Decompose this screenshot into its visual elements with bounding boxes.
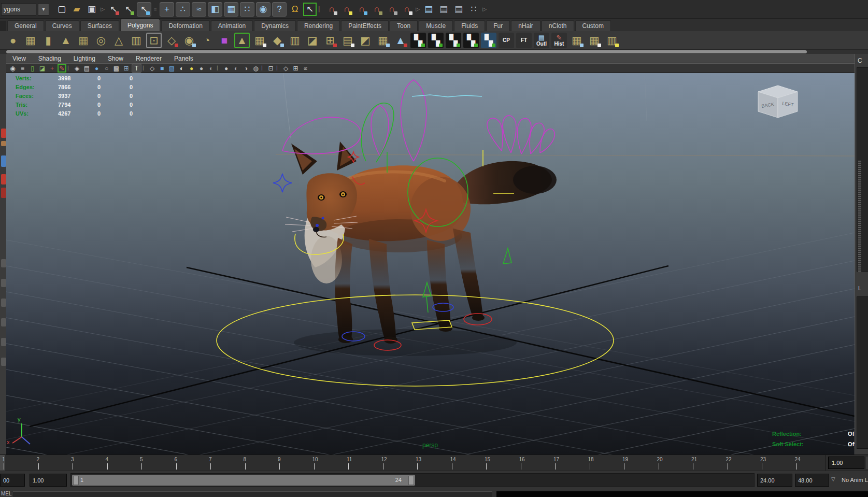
perspective-viewport[interactable]: y x persp Verts:399800Edges:786600Faces:… <box>6 73 855 455</box>
lattice-icon[interactable]: ▦ <box>224 2 238 17</box>
shelf-tab-animation[interactable]: Animation <box>211 20 253 31</box>
frame-number[interactable]: 5 <box>140 457 143 462</box>
channel-box-menu-fragment[interactable]: C <box>858 57 862 64</box>
layout-button-fragment[interactable] <box>1 279 6 287</box>
rig-cyan-line[interactable] <box>412 95 482 97</box>
frame-number[interactable]: 24 <box>795 457 801 462</box>
rig-purple-curve[interactable] <box>540 129 554 153</box>
new-scene-icon[interactable]: ▢ <box>55 3 68 16</box>
insert-edge-loop-icon[interactable]: ▤ <box>340 33 355 48</box>
shelf-tab-curves[interactable]: Curves <box>45 20 79 31</box>
symmetrize-icon[interactable]: ▥ <box>604 33 620 48</box>
combine-icon[interactable]: ◇ <box>164 33 179 48</box>
shelf-tab-deformation[interactable]: Deformation <box>161 20 209 31</box>
resolution-gate-icon[interactable]: ● <box>92 64 101 73</box>
cp-icon[interactable]: CP <box>499 33 514 48</box>
select-object-icon[interactable]: ↖ <box>122 3 135 16</box>
view-cube[interactable]: BACK LEFT <box>754 81 802 120</box>
quad-patch-icon[interactable]: ▦ <box>569 33 585 48</box>
playback-controls-fragment[interactable] <box>866 457 868 469</box>
layout-button-fragment[interactable] <box>1 259 6 267</box>
panel-menu-shading[interactable]: Shading <box>38 55 61 62</box>
rig-small-control[interactable] <box>503 248 511 264</box>
range-slider-bar[interactable]: 1 24 <box>72 475 415 486</box>
panel-menu-show[interactable]: Show <box>108 55 123 62</box>
uv-sheets-icon[interactable]: ◧ <box>208 2 222 17</box>
image-plane-icon[interactable]: ◪ <box>38 64 47 73</box>
shelf-tab-painteffects[interactable]: PaintEffects <box>341 20 389 31</box>
render-current-frame-icon[interactable]: ▤ <box>437 3 450 16</box>
isolate-select-icon[interactable]: ⊡ <box>266 64 275 73</box>
frame-number[interactable]: 9 <box>278 457 281 462</box>
playback-end-field[interactable]: 24.00 <box>757 474 792 487</box>
ft-icon[interactable]: FT <box>516 33 532 48</box>
spherical-mapping-icon[interactable]: ▚ <box>446 33 461 48</box>
snap-to-view-planes-icon[interactable]: ∩ <box>385 3 399 16</box>
curve-tool-icon[interactable]: ≈ <box>192 2 206 17</box>
all-lights-icon[interactable]: ◐ <box>207 64 216 73</box>
scatter-points-icon[interactable]: ∷ <box>240 2 254 17</box>
shelf-tab-ncloth[interactable]: nCloth <box>542 20 574 31</box>
pane-separator-grip[interactable] <box>6 50 807 53</box>
render-view-icon[interactable]: ▤ <box>422 3 435 16</box>
shelf-tab-toon[interactable]: Toon <box>390 20 418 31</box>
textured-icon[interactable]: ▧ <box>167 64 176 73</box>
panel-menu-lighting[interactable]: Lighting <box>74 55 95 62</box>
symmetry-cross-icon[interactable]: + <box>160 2 174 17</box>
film-gate-icon[interactable]: ▤ <box>82 64 91 73</box>
panel-menu-view[interactable]: View <box>12 55 26 62</box>
lighting-off-icon[interactable]: ● <box>187 64 196 73</box>
camera-attributes-icon[interactable]: ≡ <box>18 64 27 73</box>
bookmark-icon[interactable]: ▯ <box>28 64 37 73</box>
rig-purple-curve[interactable] <box>517 118 531 154</box>
command-input-field[interactable] <box>13 491 492 497</box>
bridge-icon[interactable]: ◆ <box>269 33 285 48</box>
rig-nose-dot[interactable] <box>316 224 319 227</box>
current-time-field[interactable]: 1.00 <box>828 457 864 469</box>
joint-links-icon[interactable]: ∴ <box>176 2 190 17</box>
2d-pan-zoom-icon[interactable]: + <box>48 64 56 73</box>
ambient-occlusion-icon[interactable]: ◐ <box>232 64 240 73</box>
extrude-icon[interactable]: ▦ <box>252 33 267 48</box>
rig-purple-curve[interactable] <box>487 118 503 151</box>
poly-platonic-icon[interactable]: ⊡ <box>146 33 162 48</box>
shelf-tab-rendering[interactable]: Rendering <box>297 20 340 31</box>
frame-number[interactable]: 10 <box>312 457 318 462</box>
time-slider-track[interactable]: 123456789101112131415161718192021222324 <box>0 455 826 471</box>
animation-start-field[interactable]: 00 <box>0 474 25 487</box>
grease-pencil-icon[interactable]: ✎ <box>58 64 66 73</box>
gate-mask-icon[interactable]: ○ <box>102 64 111 73</box>
sculpt-tool-icon[interactable]: ▲ <box>234 33 250 48</box>
fox-model[interactable] <box>291 141 557 356</box>
frame-number[interactable]: 16 <box>519 457 525 462</box>
rig-purple-curve[interactable] <box>503 116 516 153</box>
lasso-tool-fragment[interactable] <box>1 129 6 138</box>
shelf-tab-dynamics[interactable]: Dynamics <box>254 20 296 31</box>
snap-to-projected-center-icon[interactable]: ∩ <box>370 3 383 16</box>
snap-to-grid-icon[interactable]: ∩ <box>325 3 338 16</box>
frame-number[interactable]: 12 <box>381 457 387 462</box>
anim-layer-dropdown-arrow[interactable]: ▽ <box>831 476 835 482</box>
range-start-handle[interactable] <box>73 476 79 485</box>
panel-menu-renderer[interactable]: Renderer <box>136 55 162 62</box>
history-icon[interactable]: ✎Hist <box>551 33 567 48</box>
panel-menu-panels[interactable]: Panels <box>174 55 193 62</box>
grid-icon[interactable]: ◈ <box>73 64 81 73</box>
share-view-icon[interactable]: ∝ <box>301 64 310 73</box>
smooth-icon[interactable]: ◔ <box>199 33 215 48</box>
poly-pyramid-icon[interactable]: △ <box>111 33 126 48</box>
poly-plane-icon[interactable]: ▦ <box>76 33 91 48</box>
chamfer-vertex-icon[interactable]: ◪ <box>305 33 320 48</box>
poly-torus-icon[interactable]: ◎ <box>93 33 109 48</box>
anim-layer-label[interactable]: No Anim La <box>842 477 868 483</box>
poly-cone-icon[interactable]: ▲ <box>58 33 74 48</box>
soft-mod-icon[interactable]: ◉ <box>256 2 271 17</box>
frame-number[interactable]: 17 <box>553 457 559 462</box>
shelf-tab-nhair[interactable]: nHair <box>511 20 540 31</box>
field-chart-icon[interactable]: ▩ <box>112 64 121 73</box>
frame-number[interactable]: 23 <box>760 457 766 462</box>
frame-number[interactable]: 8 <box>244 457 247 462</box>
poly-pipe-icon[interactable]: ▥ <box>129 33 144 48</box>
shelf-tab-fluids[interactable]: Fluids <box>454 20 485 31</box>
layout-button-fragment[interactable] <box>1 338 6 346</box>
